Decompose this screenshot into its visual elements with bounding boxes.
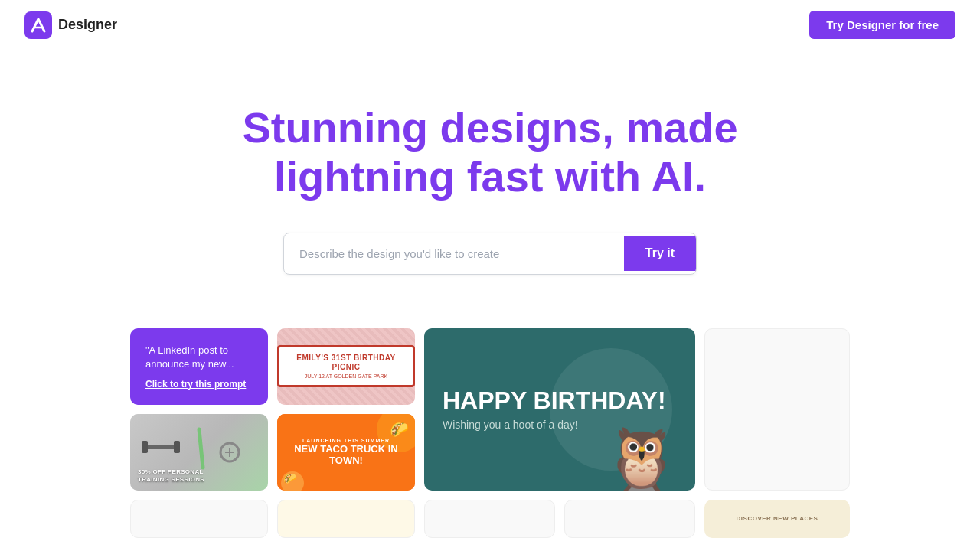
gallery-col-mid-left: EMILY'S 31ST BIRTHDAY PICNIC JULY 12 AT …	[277, 328, 415, 538]
hero-section: Stunning designs, made lightning fast wi…	[0, 50, 980, 305]
card-picnic[interactable]: EMILY'S 31ST BIRTHDAY PICNIC JULY 12 AT …	[277, 328, 415, 405]
taco-main: NEW TACO TRUCK IN TOWN!	[283, 443, 409, 467]
search-bar: Try it	[283, 233, 697, 275]
card-placeholder-bl	[130, 500, 268, 538]
card-taco[interactable]: 🌮 🌮 LAUNCHING THIS SUMMER NEW TACO TRUCK…	[277, 414, 415, 491]
gallery-col-center: HAPPY BIRTHDAY! Wishing you a hoot of a …	[424, 328, 695, 538]
hero-title: Stunning designs, made lightning fast wi…	[222, 103, 758, 202]
svg-line-4	[199, 429, 203, 468]
designer-logo-icon	[24, 11, 52, 39]
card-linkedin[interactable]: "A LinkedIn post to announce my new... C…	[130, 328, 268, 405]
svg-rect-0	[24, 11, 52, 39]
card-placeholder-bml	[277, 500, 415, 538]
taco-launch: LAUNCHING THIS SUMMER	[283, 438, 409, 443]
owl-happy: HAPPY BIRTHDAY!	[443, 387, 666, 414]
logo-text: Designer	[58, 17, 117, 33]
navbar: Designer Try Designer for free	[0, 0, 980, 50]
owl-text: HAPPY BIRTHDAY! Wishing you a hoot of a …	[443, 387, 666, 431]
card-placeholder-rt	[704, 328, 850, 491]
taco-emoji-2: 🌮	[283, 472, 296, 484]
try-designer-button[interactable]: Try Designer for free	[809, 11, 956, 39]
svg-rect-3	[174, 441, 180, 453]
picnic-title: EMILY'S 31ST BIRTHDAY PICNIC	[289, 354, 403, 372]
gallery-section: "A LinkedIn post to announce my new... C…	[0, 305, 980, 538]
card-owl[interactable]: HAPPY BIRTHDAY! Wishing you a hoot of a …	[424, 328, 695, 491]
picnic-inner: EMILY'S 31ST BIRTHDAY PICNIC JULY 12 AT …	[277, 345, 415, 387]
owl-col-bottom-row	[424, 500, 695, 538]
linkedin-card-text: "A LinkedIn post to announce my new...	[145, 344, 253, 371]
owl-sub: Wishing you a hoot of a day!	[443, 419, 666, 431]
gallery-col-right: DISCOVER NEW PLACES	[704, 328, 850, 538]
training-card-label: 35% OFF PERSONAL TRAINING SESSIONS	[138, 468, 204, 484]
try-it-button[interactable]: Try it	[624, 236, 696, 271]
svg-rect-1	[145, 445, 176, 449]
card-training[interactable]: 35% OFF PERSONAL TRAINING SESSIONS	[130, 414, 268, 491]
picnic-subtitle: JULY 12 AT GOLDEN GATE PARK	[289, 373, 403, 379]
logo-link[interactable]: Designer	[24, 11, 117, 39]
design-prompt-input[interactable]	[284, 233, 624, 274]
svg-rect-2	[142, 441, 148, 453]
card-discover[interactable]: DISCOVER NEW PLACES	[704, 500, 850, 538]
owl-emoji: 🦉	[603, 429, 680, 491]
card-placeholder-cb2	[564, 500, 695, 538]
taco-text: LAUNCHING THIS SUMMER NEW TACO TRUCK IN …	[277, 432, 415, 473]
gallery-col-left: "A LinkedIn post to announce my new... C…	[130, 328, 268, 538]
card-placeholder-cb1	[424, 500, 555, 538]
discover-text: DISCOVER NEW PLACES	[737, 515, 818, 522]
linkedin-card-cta: Click to try this prompt	[145, 379, 253, 390]
